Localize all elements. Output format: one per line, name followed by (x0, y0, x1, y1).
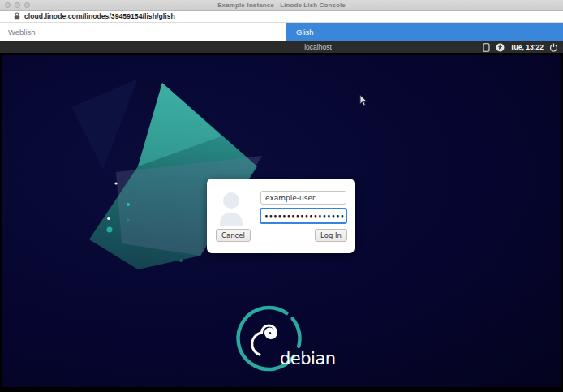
tab-weblish[interactable]: Weblish (0, 23, 286, 41)
login-dialog: ••••••••••••••••••• Cancel Log In (207, 179, 355, 253)
glish-console[interactable]: debian ••••••••••••••••••• Cancel Log In (0, 53, 563, 392)
clock-label[interactable]: Tue, 13:22 (510, 43, 544, 51)
lock-icon (14, 12, 20, 20)
username-input[interactable] (260, 191, 346, 205)
log-in-button[interactable]: Log In (315, 229, 347, 242)
debian-login-screen: debian ••••••••••••••••••• Cancel Log In (2, 55, 561, 387)
tab-glish[interactable]: Glish (286, 23, 563, 41)
debian-wordmark: debian (280, 349, 336, 368)
lish-tab-bar: Weblish Glish (0, 23, 563, 41)
titlebar: Example-Instance - Linode Lish Console (0, 0, 563, 11)
window-title: Example-Instance - Linode Lish Console (0, 2, 563, 9)
tab-weblish-label: Weblish (8, 28, 36, 37)
gnome-top-bar: localhost Tue, 13:22 (0, 41, 563, 53)
browser-window: Example-Instance - Linode Lish Console c… (0, 0, 563, 392)
tablet-icon (483, 43, 490, 52)
mouse-cursor-icon (359, 94, 369, 107)
password-input[interactable]: ••••••••••••••••••• (260, 208, 347, 224)
password-mask: ••••••••••••••••••• (264, 213, 347, 220)
user-avatar-icon (219, 192, 243, 226)
power-icon (549, 43, 558, 52)
tab-glish-label: Glish (296, 28, 314, 37)
cancel-button[interactable]: Cancel (216, 229, 251, 242)
url-text[interactable]: cloud.linode.com/linodes/39459154/lish/g… (24, 12, 175, 20)
accessibility-icon (496, 43, 505, 52)
hostname-label: localhost (304, 43, 332, 51)
address-bar[interactable]: cloud.linode.com/linodes/39459154/lish/g… (0, 11, 563, 23)
status-tray[interactable]: Tue, 13:22 (483, 43, 558, 52)
